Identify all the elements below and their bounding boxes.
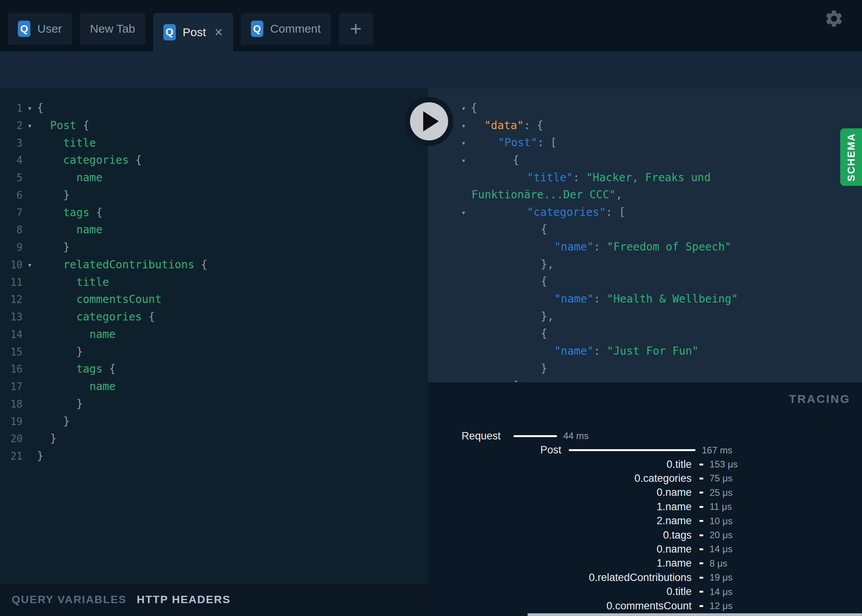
close-tab-icon[interactable]: × (215, 25, 223, 39)
settings-gear-icon[interactable] (824, 9, 844, 29)
fold-arrow-icon[interactable]: ▾ (461, 117, 466, 135)
tracing-toggle[interactable]: TRACING (789, 392, 850, 406)
code-text: } (37, 413, 70, 430)
response-line: { (428, 325, 862, 343)
duration-tick (699, 605, 703, 607)
add-tab-button[interactable]: + (339, 13, 373, 45)
fold-spacer (23, 274, 37, 291)
tracing-value: 25 μs (710, 487, 732, 498)
response-line: ▾{ (428, 100, 862, 117)
line-number: 15 (0, 343, 23, 361)
fold-arrow-icon[interactable]: ▾ (461, 204, 466, 221)
code-text: name (37, 326, 116, 343)
tab-post[interactable]: QPost× (153, 13, 233, 51)
tracing-rows: Request44 msPost167 ms0.title153 μs0.cat… (428, 429, 862, 616)
tab-bar: QUserNew TabQPost×QComment+ (0, 0, 862, 51)
http-headers-tab[interactable]: HTTP HEADERS (137, 593, 231, 606)
tracing-label: 0.tags (428, 529, 692, 541)
line-number: 3 (0, 135, 23, 152)
code-text: { (37, 100, 44, 117)
fold-spacer (23, 378, 37, 396)
line-number: 18 (0, 396, 23, 413)
tracing-label: 1.name (428, 501, 692, 513)
tracing-label: Post (428, 444, 561, 456)
tracing-label: Request (428, 430, 501, 442)
fold-spacer (23, 308, 37, 326)
editor-line: 18} (0, 396, 428, 413)
response-line: ▾{ (428, 152, 862, 169)
response-text: { (513, 152, 519, 169)
line-number: 14 (0, 326, 23, 343)
fold-spacer (23, 448, 37, 465)
code-text: } (37, 187, 70, 204)
query-variables-tab[interactable]: QUERY VARIABLES (12, 593, 127, 606)
tracing-value: 10 μs (710, 516, 732, 527)
line-number: 2 (0, 117, 23, 135)
editor-line: 3title (0, 135, 428, 152)
tracing-row: 0.relatedContributions19 μs (428, 570, 862, 584)
fold-arrow-icon[interactable]: ▾ (23, 100, 37, 117)
code-text: name (37, 169, 103, 187)
response-text: "title": "Hacker, Freaks und (527, 169, 711, 187)
duration-tick (699, 478, 703, 480)
schema-side-tab[interactable]: SCHEMA (840, 128, 862, 186)
tab-user[interactable]: QUser (8, 13, 72, 45)
tracing-row: 1.name11 μs (428, 500, 862, 514)
fold-arrow-icon[interactable]: ▾ (461, 100, 466, 117)
tracing-row: 2.name10 μs (428, 514, 862, 528)
duration-tick (699, 464, 703, 466)
line-number: 5 (0, 169, 23, 187)
fold-arrow-icon[interactable]: ▾ (23, 117, 37, 135)
code-text: } (37, 448, 44, 465)
tab-comment[interactable]: QComment (241, 13, 331, 45)
response-line: } (428, 360, 862, 378)
query-editor-lines: 1▾{2▾Post {3title4categories {5name6}7ta… (0, 100, 428, 465)
editor-line: 8name (0, 221, 428, 239)
tab-label: User (37, 22, 62, 35)
duration-tick (699, 577, 703, 579)
graphql-playground-window: QUserNew TabQPost×QComment+ PRETTIFY HIS… (0, 0, 862, 616)
duration-bar (569, 449, 696, 451)
fold-spacer (23, 360, 37, 378)
fold-arrow-icon[interactable]: ▾ (23, 256, 37, 274)
fold-spacer (23, 152, 37, 169)
fold-spacer (23, 413, 37, 430)
editor-line: 13categories { (0, 308, 428, 326)
query-type-badge: Q (251, 21, 263, 37)
code-text: Post { (37, 117, 89, 135)
line-number: 21 (0, 448, 23, 465)
line-number: 19 (0, 413, 23, 430)
tracing-row: 1.name8 μs (428, 556, 862, 570)
tracing-label: 0.name (428, 486, 692, 499)
editor-line: 21} (0, 448, 428, 465)
code-text: title (37, 135, 96, 152)
query-editor-pane[interactable]: 1▾{2▾Post {3title4categories {5name6}7ta… (0, 89, 428, 583)
line-number: 8 (0, 221, 23, 239)
tracing-row: Request44 ms (428, 429, 862, 443)
horizontal-scrollbar[interactable] (527, 613, 862, 616)
tab-new-tab[interactable]: New Tab (80, 13, 145, 45)
line-number: 17 (0, 378, 23, 396)
fold-arrow-icon[interactable]: ▾ (461, 134, 466, 152)
execute-query-button[interactable] (405, 97, 454, 146)
response-line: "name": "Health & Wellbeing" (428, 290, 862, 308)
editor-line: 20} (0, 430, 428, 448)
response-text: "data": { (484, 117, 543, 135)
response-line: }, (428, 308, 862, 326)
fold-arrow-icon[interactable]: ▾ (461, 152, 466, 169)
response-pane: ▾{▾"data": {▾"Post": [▾{"title": "Hacker… (428, 89, 862, 382)
line-number: 12 (0, 291, 23, 308)
duration-tick (699, 562, 703, 564)
fold-spacer (23, 326, 37, 343)
duration-tick (699, 492, 703, 494)
response-line: { (428, 273, 862, 290)
code-text: } (37, 343, 83, 361)
duration-tick (699, 520, 703, 522)
fold-spacer (23, 343, 37, 361)
response-text: "name": "Health & Wellbeing" (554, 290, 738, 308)
response-text: "name": "Freedom of Speech" (554, 238, 731, 256)
response-text: } (541, 360, 547, 378)
response-text: { (541, 325, 547, 343)
response-text: }, (541, 308, 554, 326)
response-text: "categories": [ (527, 204, 625, 221)
